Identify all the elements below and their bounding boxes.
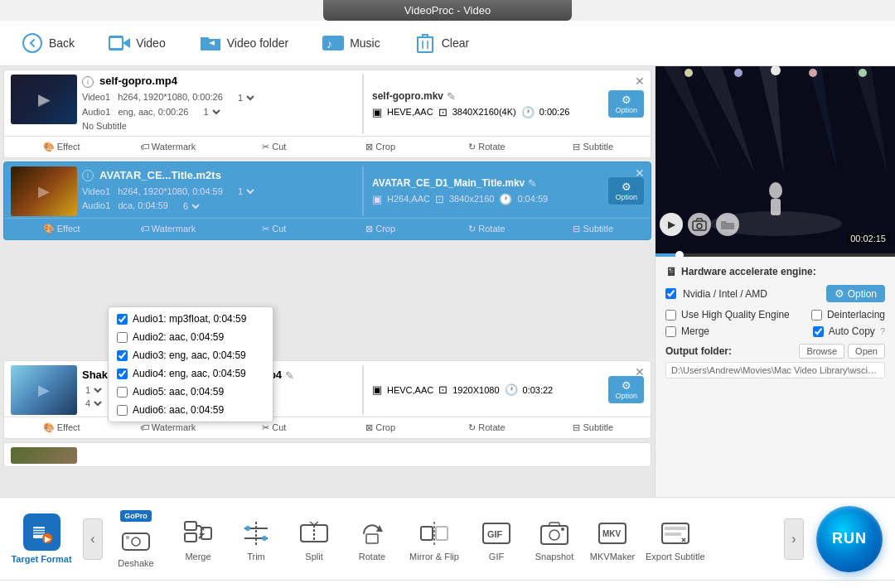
scroll-left-button[interactable]: ‹ bbox=[83, 518, 103, 560]
video-folder-button[interactable]: Video folder bbox=[191, 27, 297, 59]
subtitle-btn-3[interactable]: ⊟ Subtitle bbox=[540, 420, 646, 436]
run-label: RUN bbox=[832, 530, 867, 547]
open-folder-button[interactable] bbox=[716, 213, 739, 236]
effect-btn-1[interactable]: 🎨 Effect bbox=[8, 139, 114, 155]
high-quality-checkbox[interactable] bbox=[665, 310, 676, 321]
deshake-tool[interactable]: GoPro Deshake bbox=[103, 506, 169, 572]
svg-marker-46 bbox=[376, 525, 383, 532]
play-button[interactable]: ▶ bbox=[660, 213, 683, 236]
rotate-btn-3[interactable]: ↻ Rotate bbox=[433, 420, 539, 436]
crop-btn-3[interactable]: ⊠ Crop bbox=[327, 420, 433, 436]
mkvmaker-tool[interactable]: MKV MKVMaker bbox=[583, 506, 641, 572]
svg-rect-49 bbox=[436, 527, 448, 540]
edit-input-3[interactable]: ✎ bbox=[285, 369, 294, 382]
tab-device[interactable]: Device bbox=[384, 581, 511, 588]
deinterlacing-checkbox[interactable] bbox=[811, 310, 822, 321]
video1-select-1[interactable]: 1 bbox=[235, 92, 257, 104]
video1-select-2[interactable]: 1 bbox=[235, 186, 257, 197]
main-content: ✕ ▶ i self-gopro.mp4 Video1 h264, 1920*1… bbox=[0, 66, 895, 497]
cut-btn-1[interactable]: ✂ Cut bbox=[221, 139, 327, 155]
audio-check-1[interactable] bbox=[117, 314, 128, 325]
rotate-btn-2[interactable]: ↻ Rotate bbox=[433, 221, 539, 237]
time-icon-2: 🕐 bbox=[499, 193, 512, 205]
audio-option-3[interactable]: Audio3: eng, aac, 0:04:59 bbox=[109, 346, 273, 364]
subtitle-btn-1[interactable]: ⊟ Subtitle bbox=[540, 139, 646, 155]
edit-output-2[interactable]: ✎ bbox=[528, 177, 537, 190]
mirror-flip-tool[interactable]: Mirror & Flip bbox=[401, 506, 467, 572]
tab-mobile[interactable]: Mobile bbox=[256, 581, 384, 588]
gear-icon: ⚙ bbox=[835, 287, 844, 300]
close-button-1[interactable]: ✕ bbox=[633, 75, 646, 88]
effect-btn-2[interactable]: 🎨 Effect bbox=[8, 221, 114, 237]
codec-button-2[interactable]: ⚙ Option bbox=[608, 177, 644, 205]
output-codec-3: HEVC,AAC bbox=[387, 385, 433, 395]
edit-output-1[interactable]: ✎ bbox=[447, 90, 456, 103]
merge-tool[interactable]: Merge bbox=[169, 506, 227, 572]
output-time-2: 0:04:59 bbox=[517, 194, 548, 204]
audio-option-4[interactable]: Audio4: eng, aac, 0:04:59 bbox=[109, 364, 273, 383]
cut-btn-2[interactable]: ✂ Cut bbox=[221, 221, 327, 237]
audio-check-5[interactable] bbox=[117, 387, 128, 398]
audio-option-6[interactable]: Audio6: aac, 0:04:59 bbox=[109, 401, 273, 419]
effect-btn-3[interactable]: 🎨 Effect bbox=[8, 420, 114, 436]
clear-label: Clear bbox=[442, 36, 469, 50]
close-button-2[interactable]: ✕ bbox=[633, 166, 646, 180]
video-button[interactable]: Video bbox=[99, 27, 174, 59]
crop-btn-2[interactable]: ⊠ Crop bbox=[327, 221, 433, 237]
snapshot-button[interactable] bbox=[688, 213, 711, 236]
auto-copy-checkbox[interactable] bbox=[813, 326, 824, 337]
tab-music[interactable]: Music bbox=[639, 581, 767, 588]
open-button[interactable]: Open bbox=[848, 344, 885, 359]
trim-tool[interactable]: Trim bbox=[227, 506, 285, 572]
audio-option-5[interactable]: Audio5: aac, 0:04:59 bbox=[109, 383, 273, 401]
run-button[interactable]: RUN bbox=[816, 506, 883, 572]
tab-web[interactable]: Web bbox=[511, 581, 639, 588]
codec-button-1[interactable]: ⚙ Option bbox=[608, 90, 644, 118]
audio1-select-2[interactable]: 6 bbox=[180, 200, 202, 212]
svg-rect-37 bbox=[185, 533, 196, 542]
svg-rect-7 bbox=[418, 37, 433, 52]
codec-button-3[interactable]: ⚙ Option bbox=[608, 376, 644, 403]
gif-tool[interactable]: GIF GIF bbox=[467, 506, 525, 572]
option-button[interactable]: ⚙ Option bbox=[826, 285, 885, 302]
nvidia-checkbox[interactable] bbox=[665, 288, 676, 299]
watermark-btn-2[interactable]: 🏷 Watermark bbox=[114, 221, 220, 237]
merge-checkbox[interactable] bbox=[665, 326, 676, 337]
options-panel: 🖥 Hardware accelerate engine: Nvidia / I… bbox=[656, 257, 895, 497]
export-subtitle-label: Export Subtitle bbox=[646, 552, 705, 561]
audio-check-4[interactable] bbox=[117, 369, 128, 379]
snapshot-tool[interactable]: Snapshot bbox=[525, 506, 583, 572]
audio-option-1[interactable]: Audio1: mp3fIoat, 0:04:59 bbox=[109, 310, 273, 328]
audio-check-3[interactable] bbox=[117, 350, 128, 361]
music-button[interactable]: ♪ Music bbox=[313, 27, 389, 59]
audio-check-6[interactable] bbox=[117, 405, 128, 416]
tab-recently[interactable]: Recently bbox=[0, 581, 128, 588]
clear-button[interactable]: Clear bbox=[405, 27, 477, 59]
svg-rect-18 bbox=[771, 199, 781, 215]
crop-btn-1[interactable]: ⊠ Crop bbox=[327, 139, 433, 155]
tab-video[interactable]: Video bbox=[128, 581, 255, 588]
browse-button[interactable]: Browse bbox=[799, 344, 844, 359]
preview-progress-bar[interactable] bbox=[656, 253, 895, 257]
right-panel: ▶ 00:02:15 🖥 Hardware accelerate engine: bbox=[655, 66, 895, 497]
video1-select-3[interactable]: 1 bbox=[82, 384, 104, 396]
output-folder-label: Output folder: bbox=[665, 345, 732, 357]
scroll-right-button[interactable]: › bbox=[784, 518, 804, 560]
close-button-3[interactable]: ✕ bbox=[633, 365, 646, 378]
target-format-button[interactable]: ▶ Target Format bbox=[0, 509, 83, 568]
time-icon-3: 🕐 bbox=[505, 383, 518, 396]
audio-option-2[interactable]: Audio2: aac, 0:04:59 bbox=[109, 328, 273, 346]
audio1-select-1[interactable]: 1 bbox=[201, 106, 223, 118]
audio1-select-3[interactable]: 4 bbox=[82, 398, 104, 409]
watermark-btn-1[interactable]: 🏷 Watermark bbox=[114, 139, 220, 155]
back-button[interactable]: Back bbox=[12, 27, 83, 59]
svg-rect-59 bbox=[665, 527, 686, 530]
rotate-tool[interactable]: Rotate bbox=[343, 506, 401, 572]
progress-dot[interactable] bbox=[675, 251, 684, 257]
subtitle-btn-2[interactable]: ⊟ Subtitle bbox=[540, 221, 646, 237]
tab-tool[interactable]: Tool bbox=[767, 581, 895, 588]
split-tool[interactable]: Split bbox=[285, 506, 343, 572]
rotate-btn-1[interactable]: ↻ Rotate bbox=[433, 139, 539, 155]
audio-check-2[interactable] bbox=[117, 332, 128, 343]
export-subtitle-tool[interactable]: Export Subtitle bbox=[641, 506, 709, 572]
